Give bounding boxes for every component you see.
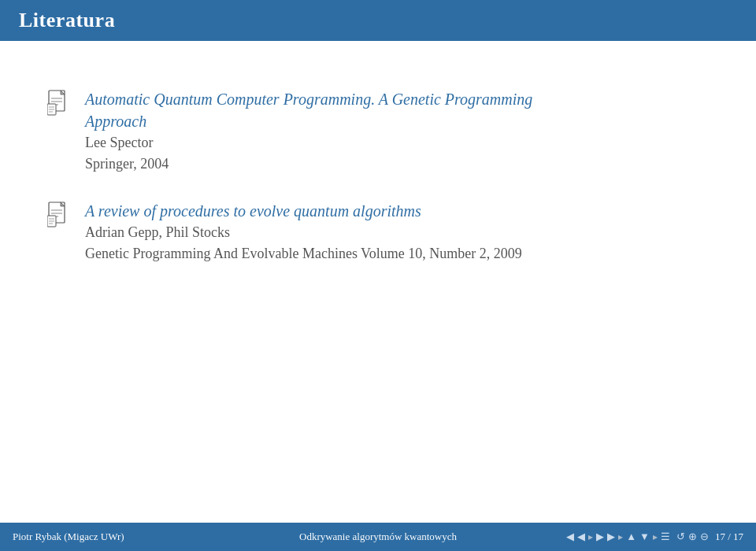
reference-text-1: Automatic Quantum Computer Programming. … [85,88,709,175]
nav-menu-icon[interactable]: ☰ [661,531,670,543]
nav-zoom-icon[interactable]: ⊖ [700,531,709,543]
nav-search-icon[interactable]: ⊕ [688,531,697,543]
ref1-author: Lee Spector [85,132,709,153]
page-number: 17 / 17 [715,531,743,543]
nav-left-double-icon[interactable]: ◀ [566,531,574,543]
nav-left-icon[interactable]: ◀ [577,531,585,543]
ref1-title-line2: Approach [85,110,709,132]
nav-refresh-icon[interactable]: ↺ [676,531,685,543]
reference-entry-1: Automatic Quantum Computer Programming. … [47,88,709,175]
nav-up-icon[interactable]: ▲ [626,531,636,543]
nav-divider-2: ▸ [618,531,623,543]
footer: Piotr Rybak (Migacz UWr) Odkrywanie algo… [0,523,756,551]
reference-text-2: A review of procedures to evolve quantum… [85,200,709,264]
ref1-title-line1: Automatic Quantum Computer Programming. … [85,88,709,110]
nav-controls: ◀ ◀ ▸ ▶ ▶ ▸ ▲ ▼ ▸ ☰ ↺ ⊕ ⊖ [566,531,709,543]
document-icon-1 [47,90,72,120]
ref2-publisher: Genetic Programming And Evolvable Machin… [85,243,709,264]
ref2-title-line1: A review of procedures to evolve quantum… [85,200,709,222]
nav-divider-1: ▸ [588,531,593,543]
nav-down-icon[interactable]: ▼ [639,531,650,543]
document-icon-2 [47,202,72,231]
header-bar: Literatura [0,0,756,41]
reference-entry-2: A review of procedures to evolve quantum… [47,200,709,264]
page-title: Literatura [19,9,115,32]
ref1-publisher: Springer, 2004 [85,153,709,175]
footer-subtitle: Odkrywanie algorytmów kwantowych [299,531,457,543]
nav-right-icon[interactable]: ▶ [596,531,604,543]
ref2-author: Adrian Gepp, Phil Stocks [85,222,709,243]
main-content: Automatic Quantum Computer Programming. … [0,41,756,264]
nav-right-double-icon[interactable]: ▶ [607,531,615,543]
footer-author: Piotr Rybak (Migacz UWr) [13,531,124,543]
footer-right: ◀ ◀ ▸ ▶ ▶ ▸ ▲ ▼ ▸ ☰ ↺ ⊕ ⊖ 17 / 17 [566,531,743,543]
nav-divider-3: ▸ [653,531,658,543]
